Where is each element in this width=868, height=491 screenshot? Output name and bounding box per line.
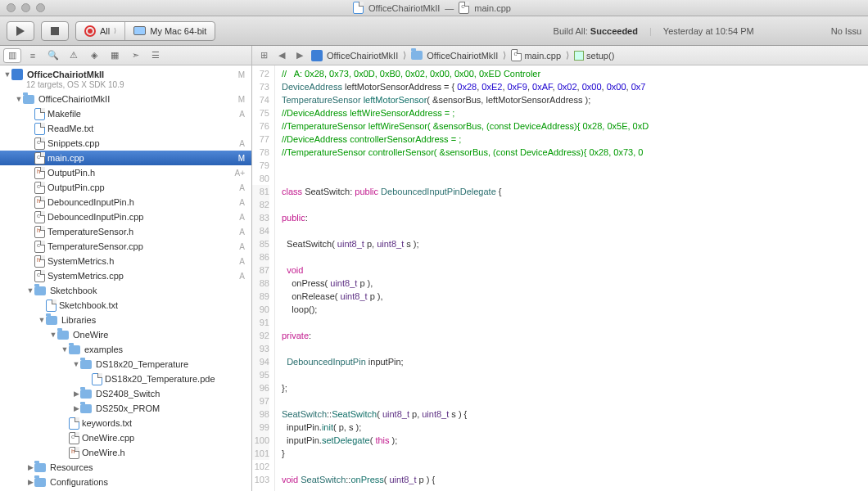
file-icon — [46, 300, 57, 312]
tree-row[interactable]: ▶Resources — [0, 460, 251, 475]
scheme-selector[interactable]: All⟩ My Mac 64-bit — [75, 21, 215, 41]
tree-row[interactable]: OutputPin.cppA — [0, 180, 251, 195]
build-status: Build All: Succeeded — [554, 26, 638, 36]
file-icon — [69, 417, 79, 430]
file-icon — [69, 432, 79, 444]
titlebar: OfficeChairiotMkII — main.cpp — [0, 0, 868, 16]
folder-icon — [80, 390, 92, 399]
log-nav-tab[interactable]: ☰ — [147, 48, 165, 63]
editor: ⊞ ◀ ▶ OfficeChairiotMkII⟩ OfficeChairiot… — [252, 46, 868, 491]
tree-row[interactable]: Sketchbook.txt — [0, 298, 251, 313]
folder-icon — [69, 345, 80, 354]
minimize-icon[interactable] — [21, 3, 30, 12]
folder-icon — [411, 51, 423, 60]
file-icon — [34, 226, 45, 238]
toolbar: All⟩ My Mac 64-bit Build All: Succeeded … — [0, 16, 868, 46]
file-tree[interactable]: ▼OfficeChairiotMkIIM12 targets, OS X SDK… — [0, 65, 251, 491]
tree-row[interactable]: main.cppM — [0, 151, 251, 165]
project-icon — [311, 50, 323, 61]
code-text[interactable]: // A: 0x28, 0x73, 0x0D, 0xB0, 0x02, 0x00… — [275, 65, 649, 491]
file-icon — [34, 152, 45, 164]
tree-row[interactable]: TemperatureSensor.hA — [0, 224, 251, 239]
tree-row[interactable]: keywords.txt — [0, 416, 251, 430]
folder-icon — [46, 316, 57, 325]
folder-icon — [34, 286, 46, 295]
scheme-icon — [84, 25, 96, 37]
file-icon — [92, 373, 102, 385]
related-items-icon[interactable]: ⊞ — [255, 49, 272, 62]
folder-icon — [80, 404, 92, 413]
folder-icon — [23, 95, 34, 104]
file-icon — [511, 49, 522, 61]
source-editor[interactable]: 7273747576777879808182838485868788899091… — [252, 65, 868, 491]
zoom-icon[interactable] — [36, 3, 45, 12]
issues-label: No Issu — [831, 26, 861, 36]
folder-icon — [34, 463, 46, 472]
forward-icon[interactable]: ▶ — [292, 49, 308, 62]
symbol-nav-tab[interactable]: ≡ — [24, 48, 42, 63]
file-icon — [34, 108, 45, 120]
tree-row[interactable]: ▶DS250x_PROM — [0, 401, 251, 416]
file-icon — [34, 182, 45, 194]
tree-row[interactable]: ▼DS18x20_Temperature — [0, 357, 251, 372]
file-icon — [34, 137, 45, 150]
file-icon — [34, 167, 45, 179]
build-time: Yesterday at 10:54 PM — [663, 26, 754, 36]
debug-nav-tab[interactable]: ▦ — [106, 48, 124, 63]
title-file: main.cpp — [474, 3, 511, 13]
folder-icon — [34, 478, 46, 487]
file-icon — [34, 123, 45, 135]
run-button[interactable] — [7, 21, 34, 41]
tree-row[interactable]: DebouncedInputPin.cppA — [0, 209, 251, 224]
tree-row[interactable]: ▼OneWire — [0, 327, 251, 342]
project-icon — [11, 69, 23, 80]
navigator-tabs: ▥ ≡ 🔍 ⚠ ◈ ▦ ➣ ☰ — [0, 46, 251, 65]
issue-nav-tab[interactable]: ⚠ — [65, 48, 83, 63]
tree-row[interactable]: TemperatureSensor.cppA — [0, 239, 251, 254]
tree-row[interactable]: ▼Sketchbook — [0, 283, 251, 298]
tree-row[interactable]: Snippets.cppA — [0, 136, 251, 151]
folder-icon — [80, 360, 92, 369]
tree-row[interactable]: DS18x20_Temperature.pde — [0, 372, 251, 386]
stop-button[interactable] — [41, 21, 69, 41]
tree-row[interactable]: SystemMetrics.cppA — [0, 268, 251, 283]
file-icon — [34, 270, 45, 282]
project-nav-tab[interactable]: ▥ — [3, 48, 21, 63]
search-nav-tab[interactable]: 🔍 — [44, 48, 62, 63]
line-numbers: 7273747576777879808182838485868788899091… — [252, 65, 275, 491]
monitor-icon — [133, 26, 146, 35]
title-project: OfficeChairiotMkII — [368, 3, 440, 13]
tree-row[interactable]: OutputPin.hA+ — [0, 165, 251, 180]
file-icon — [34, 255, 45, 268]
file-icon — [459, 2, 469, 14]
breakpoint-nav-tab[interactable]: ➣ — [126, 48, 144, 63]
tree-row[interactable]: MakefileA — [0, 106, 251, 121]
jump-bar[interactable]: ⊞ ◀ ▶ OfficeChairiotMkII⟩ OfficeChairiot… — [252, 46, 868, 65]
file-icon — [34, 241, 45, 253]
tree-row[interactable]: ▶DS2408_Switch — [0, 386, 251, 401]
tree-row[interactable]: SystemMetrics.hA — [0, 254, 251, 268]
test-nav-tab[interactable]: ◈ — [85, 48, 103, 63]
tree-row[interactable]: ▼OfficeChairiotMkIIM — [0, 92, 251, 106]
close-icon[interactable] — [7, 3, 16, 12]
tree-row[interactable]: DebouncedInputPin.hA — [0, 195, 251, 209]
back-icon[interactable]: ◀ — [274, 49, 290, 62]
tree-row[interactable]: ▶Configurations — [0, 475, 251, 489]
folder-icon — [57, 331, 69, 340]
tree-row[interactable]: OneWire.h — [0, 445, 251, 460]
file-icon — [69, 447, 79, 459]
tree-row[interactable]: ReadMe.txt — [0, 121, 251, 136]
file-icon — [34, 196, 45, 209]
navigator: ▥ ≡ 🔍 ⚠ ◈ ▦ ➣ ☰ ▼OfficeChairiotMkIIM12 t… — [0, 46, 252, 491]
tree-row[interactable]: OneWire.cpp — [0, 430, 251, 445]
window-controls — [0, 3, 45, 12]
project-icon — [353, 2, 364, 14]
tree-row[interactable]: ▼Libraries — [0, 313, 251, 327]
file-icon — [34, 211, 45, 223]
tree-row[interactable]: ▼examples — [0, 342, 251, 357]
